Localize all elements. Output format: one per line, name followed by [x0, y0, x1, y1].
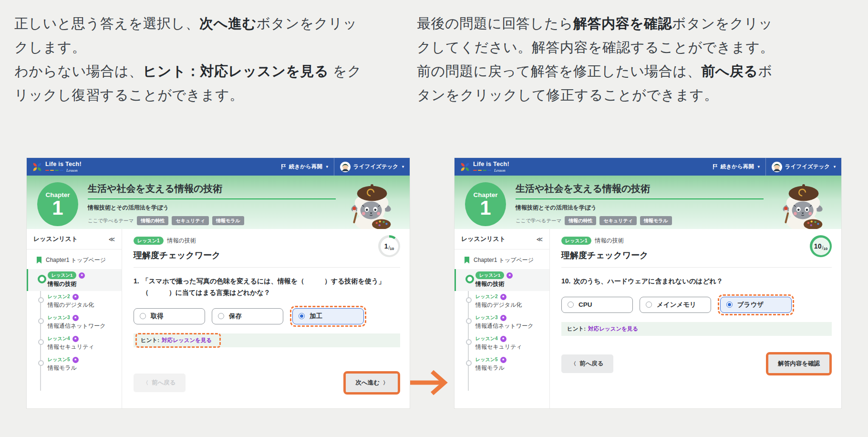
progress-current: 1	[384, 242, 388, 250]
chapter-number: 1	[480, 198, 491, 218]
answer-options: CPU メインメモリ ブラウザ	[561, 294, 832, 315]
lesson-name: 情報通信ネットワーク	[48, 322, 118, 330]
quiz-main: レッスン1 情報の技術 1 / 10 理解度チェックワーク 1. 「スマホで撮っ…	[122, 229, 410, 409]
radio-checked-icon	[726, 302, 733, 308]
divider	[88, 198, 336, 199]
back-button[interactable]: 〈 前へ戻る	[561, 354, 613, 373]
timeline-dot	[465, 275, 474, 283]
timeline-dot	[38, 360, 44, 366]
star-badge-icon: ★	[500, 336, 506, 342]
sidebar-item-lesson4[interactable]: レッスン4 ★ 情報セキュリティ	[455, 333, 549, 354]
hint-label: ヒント:	[141, 337, 159, 344]
logo-title: Life is Tech!	[473, 161, 509, 167]
sidebar-item-lesson5[interactable]: レッスン5 ★ 情報モラル	[27, 354, 122, 375]
star-badge-icon: ★	[500, 315, 506, 321]
star-badge-icon: ★	[72, 357, 79, 363]
user-menu-button[interactable]: ライフイズテック ▾	[340, 162, 404, 172]
question-number: 10.	[561, 276, 570, 287]
answer-option[interactable]: メインメモリ	[640, 297, 711, 313]
answer-option-selected[interactable]: 加工	[292, 308, 364, 324]
instruction-text-left: 正しいと思う答えを選択し、次へ進むボタンをクリックします。わからない場合は、ヒン…	[14, 11, 368, 107]
theme-badge: セキュリティ	[599, 216, 636, 225]
star-badge-icon: ★	[506, 272, 513, 279]
app-logo[interactable]: Life is Tech! Lesson	[32, 161, 82, 173]
logo-underline: Lesson	[45, 168, 82, 173]
quiz-main: レッスン1 情報の技術 10 / 10 理解度チェックワーク 10. 次のうち、…	[550, 229, 841, 409]
chapter-number: 1	[52, 198, 63, 218]
back-button[interactable]: 〈 前へ戻る	[134, 374, 186, 392]
chapter-banner: Chapter 1 生活や社会を支える情報の技術 情報技術とその活用法を学ぼう …	[455, 176, 841, 229]
navbar: Life is Tech! Lesson 続きから再開 ▾	[27, 158, 410, 176]
lesson-badge: レッスン1	[48, 271, 76, 279]
sidebar-item-lesson4[interactable]: レッスン4 ★ 情報セキュリティ	[27, 333, 122, 354]
answer-option[interactable]: 取得	[134, 308, 205, 324]
chapter-circle: Chapter 1	[465, 182, 506, 226]
sidebar-title: レッスンリスト	[33, 235, 78, 243]
hint-label: ヒント:	[567, 325, 586, 333]
lesson-name: 情報モラル	[475, 364, 546, 372]
hint-link[interactable]: 対応レッスンを見る	[588, 325, 638, 333]
sidebar-title: レッスンリスト	[461, 235, 506, 243]
chapter-circle: Chapter 1	[37, 182, 78, 226]
progress-ring: 10 / 10	[810, 235, 832, 257]
lesson-badge: レッスン2	[475, 293, 498, 300]
lesson-list-sidebar: レッスンリスト ≪ Chapter1 トップページ レッスン1 ★	[27, 229, 122, 409]
sheep-mascot	[775, 181, 836, 229]
bookmark-icon	[36, 257, 42, 264]
star-badge-icon: ★	[72, 294, 79, 300]
timeline-dot	[466, 360, 472, 366]
sidebar-item-lesson3[interactable]: レッスン3 ★ 情報通信ネットワーク	[27, 312, 122, 333]
collapse-sidebar-icon[interactable]: ≪	[536, 236, 543, 243]
lesson-name: 情報のデジタル化	[475, 301, 546, 309]
lesson-badge: レッスン5	[48, 356, 70, 363]
lesson-name: 情報セキュリティ	[48, 343, 118, 351]
star-badge-icon: ★	[500, 294, 506, 300]
resume-menu-button[interactable]: 続きから再開 ▾	[713, 163, 760, 170]
lesson-badge: レッスン1	[561, 237, 591, 245]
logo-subtitle: Lesson	[494, 168, 506, 173]
sidebar-item-lesson1[interactable]: レッスン1 ★ 情報の技術	[27, 269, 122, 291]
next-button[interactable]: 次へ進む 〉	[346, 374, 398, 392]
chapter-top-label: Chapter1 トップページ	[474, 256, 534, 264]
lesson-badge: レッスン4	[475, 335, 498, 342]
flow-arrow-icon	[408, 367, 454, 398]
theme-badge: 情報モラル	[212, 216, 244, 225]
themes-label: ここで学べるテーマ	[88, 218, 134, 224]
resume-label: 続きから再開	[289, 163, 322, 170]
timeline-dot	[38, 339, 44, 345]
sidebar-item-chapter-top[interactable]: Chapter1 トップページ	[455, 251, 549, 269]
answer-option-selected[interactable]: ブラウザ	[720, 297, 792, 313]
hint-bar: ヒント: 対応レッスンを見る	[134, 333, 400, 347]
lesson-badge: レッスン1	[475, 271, 504, 279]
highlight-frame: 解答内容を確認	[766, 352, 832, 375]
app-logo[interactable]: Life is Tech! Lesson	[460, 161, 509, 173]
lesson-badge: レッスン2	[48, 293, 70, 300]
radio-icon	[646, 302, 652, 308]
user-name: ライフイズテック	[353, 163, 398, 170]
theme-badge: セキュリティ	[172, 216, 208, 225]
divider	[561, 267, 832, 268]
theme-badge: 情報モラル	[640, 216, 672, 225]
radio-icon	[140, 313, 146, 319]
answer-option[interactable]: CPU	[561, 297, 633, 313]
user-menu-button[interactable]: ライフイズテック ▾	[772, 162, 836, 172]
lesson-name: 情報セキュリティ	[475, 343, 546, 351]
confirm-answers-button[interactable]: 解答内容を確認	[768, 354, 829, 373]
sidebar-item-lesson2[interactable]: レッスン2 ★ 情報のデジタル化	[455, 291, 549, 312]
sidebar-item-lesson3[interactable]: レッスン3 ★ 情報通信ネットワーク	[455, 312, 549, 333]
answer-option[interactable]: 保存	[212, 308, 283, 324]
star-badge-icon: ★	[72, 315, 79, 321]
page-title: 理解度チェックワーク	[134, 250, 400, 261]
flag-icon	[281, 164, 286, 170]
sidebar-item-lesson1[interactable]: レッスン1 ★ 情報の技術	[455, 269, 549, 291]
collapse-sidebar-icon[interactable]: ≪	[108, 236, 115, 243]
sheep-mascot	[343, 181, 404, 229]
star-badge-icon: ★	[500, 357, 506, 363]
sidebar-item-lesson2[interactable]: レッスン2 ★ 情報のデジタル化	[27, 291, 122, 312]
timeline-dot	[466, 339, 472, 345]
sidebar-item-chapter-top[interactable]: Chapter1 トップページ	[27, 251, 122, 269]
sidebar-item-lesson5[interactable]: レッスン5 ★ 情報モラル	[455, 354, 549, 375]
highlight-dashed-box: 加工	[290, 306, 366, 327]
resume-menu-button[interactable]: 続きから再開 ▾	[281, 163, 328, 170]
hint-link[interactable]: 対応レッスンを見る	[162, 337, 212, 344]
